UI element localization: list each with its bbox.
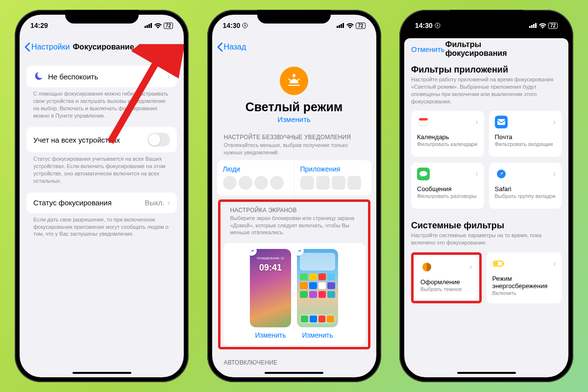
svg-rect-21: [497, 119, 505, 125]
screens-sub: Выберите экран блокировки или страницу э…: [223, 215, 365, 241]
messages-tile[interactable]: › Сообщения Фильтровать разговоры: [411, 163, 484, 209]
sys-group-title: Системные фильтры: [411, 220, 562, 231]
back-button[interactable]: Назад: [217, 43, 246, 51]
hero-edit-link[interactable]: Изменить: [277, 115, 311, 123]
status-time: 14:30: [415, 22, 433, 29]
cancel-button[interactable]: Отменить: [411, 45, 445, 53]
focus-indicator-icon: [435, 23, 441, 28]
add-button[interactable]: +: [170, 40, 177, 55]
share-toggle[interactable]: [147, 133, 170, 147]
share-label: Учет на всех устройствах: [33, 136, 120, 144]
svg-rect-3: [150, 23, 152, 28]
sheet-title: Фильтры фокусирования: [445, 40, 528, 58]
lowpower-tile[interactable]: › Режим энергосбережения Включить: [487, 252, 562, 303]
auto-header: АВТОВКЛЮЧЕНИЕ: [217, 352, 371, 367]
status-icons: 72: [337, 23, 365, 29]
apps-group-title: Фильтры приложений: [411, 65, 562, 75]
people-label: Люди: [223, 165, 288, 173]
safari-tile[interactable]: › Safari Выбрать группу вкладок: [489, 163, 562, 209]
svg-rect-16: [531, 25, 533, 28]
home-indicator[interactable]: [73, 372, 131, 374]
screen-1: 14:29 72 Настройки Фокусирование + Не бе…: [20, 15, 184, 377]
mail-tile[interactable]: › Почта Фильтровать входящие: [489, 111, 562, 157]
tile-name: Оформление: [420, 278, 472, 286]
remove-lock-button[interactable]: −: [250, 249, 257, 256]
moon-icon: [33, 72, 43, 81]
chevron-right-icon: ›: [553, 259, 556, 268]
tile-name: Почта: [495, 133, 556, 141]
notch: [450, 10, 523, 24]
status-icons: 72: [145, 23, 173, 29]
nav-bar: Назад: [212, 36, 376, 58]
share-footer: Статус фокусирования учитывается на всех…: [26, 152, 177, 184]
tile-sub: Выбрать группу вкладок: [495, 193, 556, 199]
calendar-icon: [417, 116, 430, 128]
svg-rect-18: [535, 23, 537, 28]
dnd-label: Не беспокоить: [48, 73, 98, 81]
people-cell[interactable]: Люди: [217, 160, 294, 196]
screens-highlight-box: НАСТРОЙКА ЭКРАНОВ Выберите экран блокиро…: [218, 199, 370, 350]
focus-indicator-icon: [242, 23, 248, 28]
svg-rect-26: [503, 263, 504, 265]
hero: Светлый режим Изменить: [217, 58, 371, 127]
svg-rect-20: [419, 118, 428, 121]
chevron-right-icon: ›: [475, 170, 478, 178]
tile-sub: Включить: [492, 290, 556, 296]
tile-name: Safari: [495, 185, 556, 193]
tile-sub: Фильтровать разговоры: [417, 193, 478, 199]
svg-rect-2: [148, 24, 150, 28]
appearance-tile[interactable]: › Оформление Выбрать темное: [415, 256, 478, 300]
chevron-left-icon: [24, 43, 30, 51]
home-indicator[interactable]: [457, 372, 516, 374]
svg-rect-0: [145, 26, 146, 28]
appearance-icon: [420, 261, 433, 273]
apps-label: Приложения: [300, 165, 366, 173]
status-time: 14:29: [30, 22, 48, 29]
apps-group-sub: Настройте работу приложений на время фок…: [411, 76, 562, 105]
battery-icon: 72: [164, 23, 173, 29]
safari-icon: [495, 168, 508, 180]
phone-frame-2: 14:30 72 Назад Светлый режим Изменить: [207, 10, 381, 382]
phone-frame-3: 14:30 72 Отменить Фильтры фокусирования …: [399, 10, 573, 382]
tile-sub: Фильтровать входящие: [495, 141, 556, 147]
lock-time: 09:41: [250, 263, 291, 273]
edit-lock-link[interactable]: Изменить: [250, 331, 291, 339]
battery-icon: 72: [548, 23, 558, 29]
status-time: 14:30: [223, 22, 241, 29]
tile-sub: Выбрать темное: [420, 286, 472, 292]
svg-rect-7: [339, 25, 340, 28]
phone-frame-1: 14:29 72 Настройки Фокусирование + Не бе…: [15, 10, 189, 382]
home-screen-thumb[interactable]: − Изменить: [297, 249, 338, 339]
status-value: Выкл.: [145, 198, 164, 207]
chevron-right-icon: ›: [168, 198, 170, 207]
dnd-cell[interactable]: Не беспокоить ›: [26, 66, 177, 87]
screen-3: 14:30 72 Отменить Фильтры фокусирования …: [404, 15, 568, 377]
content: Светлый режим Изменить НАСТРОЙТЕ БЕЗЗВУЧ…: [212, 58, 376, 377]
edit-home-link[interactable]: Изменить: [297, 331, 338, 339]
home-indicator[interactable]: [265, 372, 323, 374]
svg-rect-9: [343, 23, 344, 28]
chevron-right-icon: ›: [553, 118, 556, 126]
chevron-right-icon: ›: [475, 118, 478, 126]
svg-rect-25: [494, 262, 498, 265]
apps-cell[interactable]: Приложения: [294, 160, 371, 196]
screens-header: НАСТРОЙКА ЭКРАНОВ: [223, 205, 365, 215]
hero-title: Светлый режим: [217, 100, 371, 114]
back-button[interactable]: Настройки: [24, 43, 70, 51]
nav-bar: Настройки Фокусирование +: [20, 36, 184, 58]
chevron-left-icon: [217, 43, 223, 51]
tile-name: Режим энергосбережения: [492, 275, 556, 290]
tile-sub: Фильтровать календари: [417, 141, 478, 147]
svg-rect-6: [337, 26, 338, 28]
dnd-footer: С помощью фокусирования можно гибко наст…: [26, 87, 177, 119]
sys-group-sub: Настройте системные параметры на то врем…: [411, 232, 562, 246]
status-cell[interactable]: Статус фокусирования Выкл. ›: [26, 193, 177, 213]
calendar-tile[interactable]: › Календарь Фильтровать календари: [411, 111, 484, 157]
nav-title: Фокусирование: [73, 43, 134, 51]
notch: [65, 10, 139, 24]
tile-name: Календарь: [417, 133, 478, 141]
svg-rect-17: [533, 24, 535, 28]
share-cell[interactable]: Учет на всех устройствах: [26, 127, 177, 152]
chevron-right-icon: ›: [168, 72, 170, 81]
lock-screen-thumb[interactable]: − ПОНЕДЕЛЬНИК, 12 09:41 Изменить: [250, 249, 291, 339]
